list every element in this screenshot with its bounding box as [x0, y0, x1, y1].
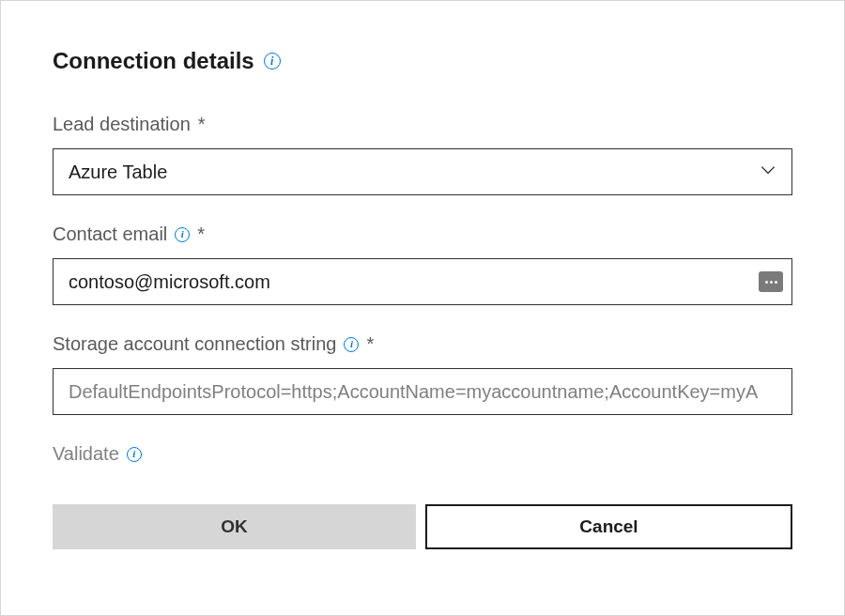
- button-row: OK Cancel: [53, 504, 792, 549]
- lead-destination-select-wrapper: Azure Table: [53, 148, 792, 195]
- info-icon[interactable]: i: [175, 227, 190, 242]
- field-label-text: Contact email: [53, 223, 167, 245]
- field-label-text: Storage account connection string: [53, 333, 336, 355]
- select-value: Azure Table: [69, 162, 167, 183]
- info-icon[interactable]: i: [264, 53, 281, 69]
- info-icon[interactable]: i: [127, 447, 142, 462]
- validate-row: Validate i: [53, 443, 792, 465]
- ellipsis-icon[interactable]: [759, 271, 783, 292]
- field-label-text: Lead destination: [53, 114, 191, 135]
- lead-destination-label: Lead destination *: [53, 114, 792, 135]
- connection-string-field: Storage account connection string i * De…: [53, 333, 792, 415]
- contact-email-label: Contact email i *: [53, 223, 792, 245]
- panel-title: Connection details: [53, 48, 254, 74]
- contact-email-field: Contact email i *: [53, 223, 792, 305]
- required-mark: *: [197, 223, 205, 245]
- ok-button[interactable]: OK: [53, 504, 416, 549]
- required-mark: *: [366, 333, 374, 355]
- contact-email-input[interactable]: [53, 258, 792, 305]
- connection-details-panel: Connection details i Lead destination * …: [0, 0, 845, 616]
- lead-destination-select[interactable]: Azure Table: [53, 148, 792, 195]
- connection-string-placeholder: DefaultEndpointsProtocol=https;AccountNa…: [69, 381, 758, 403]
- panel-header: Connection details i: [53, 48, 792, 74]
- contact-email-input-wrapper: [53, 258, 792, 305]
- connection-string-input[interactable]: DefaultEndpointsProtocol=https;AccountNa…: [53, 368, 792, 415]
- cancel-button[interactable]: Cancel: [425, 504, 792, 549]
- info-icon[interactable]: i: [344, 337, 359, 352]
- connection-string-label: Storage account connection string i *: [53, 333, 792, 355]
- lead-destination-field: Lead destination * Azure Table: [53, 114, 792, 195]
- required-mark: *: [198, 114, 206, 135]
- validate-link[interactable]: Validate: [53, 443, 119, 465]
